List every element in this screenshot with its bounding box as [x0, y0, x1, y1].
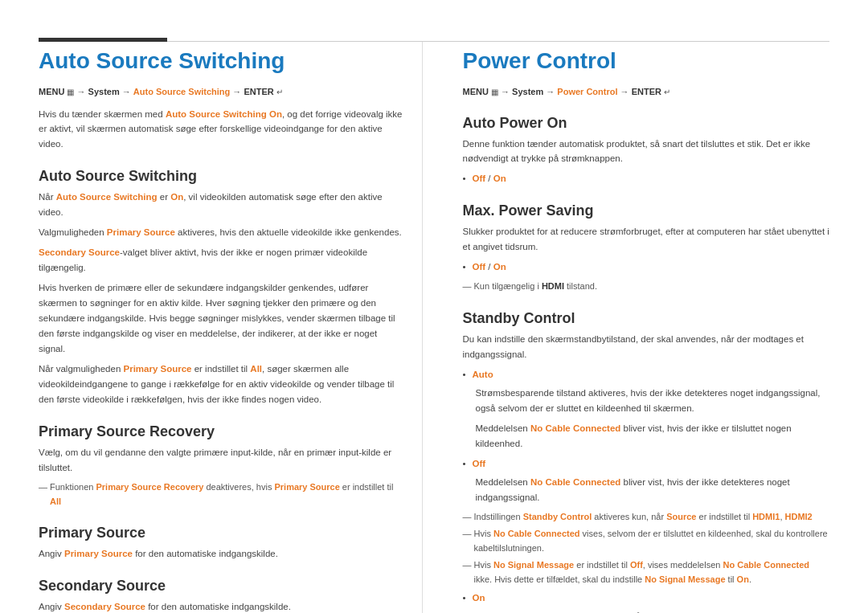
standby-dash3: Hvis No Signal Message er indstillet til…: [474, 558, 830, 586]
auto-source-p2: Valgmuligheden Primary Source aktiveres,…: [39, 225, 406, 240]
section-max-power-saving: Max. Power Saving: [463, 202, 830, 219]
left-intro-text: Hvis du tænder skærmen med Auto Source S…: [39, 107, 406, 153]
left-menu-path: MENU ▦ → System → Auto Source Switching …: [39, 85, 406, 99]
primary-source-recovery-p1: Vælg, om du vil gendanne den valgte prim…: [39, 445, 406, 476]
standby-bullet-auto: Auto: [473, 367, 830, 382]
auto-source-p1: Når Auto Source Switching er On, vil vid…: [39, 190, 406, 220]
auto-power-on-bullet: Off / On: [473, 171, 830, 186]
standby-auto-text1: Strømsbesparende tilstand aktiveres, hvi…: [476, 386, 830, 416]
right-menu-path: MENU ▦ → System → Power Control → ENTER …: [463, 85, 830, 99]
secondary-source-p1: Angiv Secondary Source for den automatis…: [39, 599, 406, 613]
auto-power-on-intro: Denne funktion tænder automatisk produkt…: [463, 137, 830, 167]
auto-source-p5: Når valgmuligheden Primary Source er ind…: [39, 362, 406, 407]
standby-on-text1: Strømsbesparende tilstand aktiveres, når…: [476, 609, 830, 613]
page: Auto Source Switching MENU ▦ → System → …: [0, 0, 868, 613]
section-primary-source: Primary Source: [39, 525, 406, 541]
right-main-title: Power Control: [463, 48, 830, 74]
standby-bullet-on: On: [473, 591, 830, 606]
standby-off-text1: Meddelelsen No Cable Connected bliver vi…: [476, 475, 830, 505]
section-primary-source-recovery: Primary Source Recovery: [39, 423, 406, 440]
standby-dash2: Hvis No Cable Connected vises, selvom de…: [474, 527, 830, 555]
top-bars: [0, 0, 868, 42]
content-columns: Auto Source Switching MENU ▦ → System → …: [0, 42, 868, 613]
section-auto-power-on: Auto Power On: [463, 115, 830, 132]
standby-control-intro: Du kan indstille den skærmstandbytilstan…: [463, 332, 830, 362]
section-secondary-source: Secondary Source: [39, 578, 406, 595]
primary-source-p1: Angiv Primary Source for den automatiske…: [39, 546, 406, 562]
auto-source-p4: Hvis hverken de primære eller de sekundæ…: [39, 280, 406, 357]
max-power-saving-bullet: Off / On: [473, 260, 830, 275]
standby-bullet-off: Off: [473, 456, 830, 472]
standby-auto-text2: Meddelelsen No Cable Connected bliver vi…: [476, 421, 830, 452]
standby-dash1: Indstillingen Standby Control aktiveres …: [474, 510, 830, 525]
auto-source-p3: Secondary Source-valget bliver aktivt, h…: [39, 245, 406, 276]
left-main-title: Auto Source Switching: [39, 48, 406, 74]
right-column: Power Control MENU ▦ → System → Power Co…: [455, 42, 830, 613]
max-power-saving-intro: Slukker produktet for at reducere strømf…: [463, 224, 830, 255]
section-standby-control: Standby Control: [463, 310, 830, 327]
max-power-saving-dash: Kun tilgængelig i HDMI tilstand.: [474, 280, 830, 294]
primary-source-recovery-dash: Funktionen Primary Source Recovery deakt…: [50, 480, 406, 509]
section-auto-source-switching: Auto Source Switching: [39, 168, 406, 185]
left-column: Auto Source Switching MENU ▦ → System → …: [39, 42, 423, 613]
